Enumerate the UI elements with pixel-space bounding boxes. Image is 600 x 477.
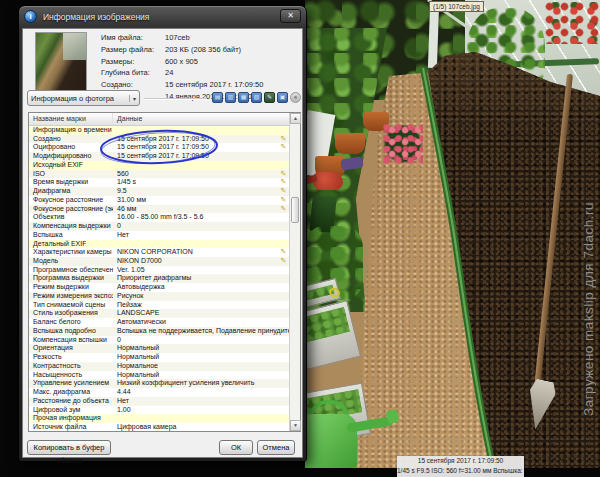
- info-category-dropdown[interactable]: Информация о фотогра ▾: [27, 90, 140, 106]
- table-section-row[interactable]: Детальный EXIF: [29, 240, 289, 249]
- dialog-title: Информация изображения: [43, 12, 149, 22]
- table-row[interactable]: Режим измерения экспозицииРисунок: [29, 292, 289, 301]
- table-row[interactable]: Диафрагма9.5✎: [29, 187, 289, 196]
- table-row[interactable]: Компенсация вспышки0: [29, 336, 289, 345]
- file-info-label: Создано:: [101, 80, 165, 89]
- save-info-icon[interactable]: ▧: [251, 92, 262, 103]
- column-header-data[interactable]: Данные: [113, 113, 289, 125]
- edit-pencil-icon[interactable]: ✎: [278, 135, 289, 144]
- edit-pencil-icon[interactable]: ✎: [278, 205, 289, 214]
- table-section-row[interactable]: Информация о времени: [29, 126, 289, 135]
- red-flowers: [545, 2, 599, 44]
- table-row[interactable]: Макс. диафрагма4.44: [29, 388, 289, 397]
- column-header-name[interactable]: Название марки: [29, 113, 113, 125]
- table-row[interactable]: Фокусное расстояние (эквив. 35 мм46 мм✎: [29, 205, 289, 214]
- photo-exif-caption: 15 сентября 2017 г. 17:09:50 1/45 s F9.5…: [397, 456, 524, 477]
- table-row[interactable]: Управление усилениемНизкий коэффициент у…: [29, 379, 289, 388]
- table-row[interactable]: КонтрастностьНормальное: [29, 362, 289, 371]
- exif-table-header: Название марки Данные: [29, 113, 289, 126]
- table-row[interactable]: Стиль изображенияLANDSCAPE: [29, 309, 289, 318]
- tag-value-cell: Нормальное: [113, 362, 289, 371]
- tag-value-cell: 0: [113, 222, 289, 231]
- table-row[interactable]: ISO560✎: [29, 170, 289, 179]
- tag-name-cell: Резкость: [29, 353, 113, 362]
- table-row[interactable]: Оцифровано15 сентября 2017 г. 17:09:50✎: [29, 143, 289, 152]
- close-icon[interactable]: ✕: [280, 9, 301, 23]
- scroll-down-icon[interactable]: ▼: [290, 420, 301, 431]
- edit-pencil-icon[interactable]: ✎: [278, 196, 289, 205]
- tag-value-cell: Нормальный: [113, 344, 289, 353]
- dialog-titlebar[interactable]: i Информация изображения ✕: [19, 6, 306, 28]
- chevron-down-icon: ▾: [129, 95, 136, 102]
- tag-name-cell: Расстояние до объекта: [29, 397, 113, 406]
- edit-pencil-icon[interactable]: ✎: [278, 170, 289, 179]
- table-row[interactable]: Создано15 сентября 2017 г. 17:09:50✎: [29, 135, 289, 144]
- table-row[interactable]: Тип снимаемой сценыПейзаж: [29, 301, 289, 310]
- table-row[interactable]: Баланс белогоАвтоматически: [29, 318, 289, 327]
- image-info-dialog: i Информация изображения ✕ Имя файла:107…: [18, 5, 307, 462]
- edit-pencil-icon[interactable]: ✎: [278, 187, 289, 196]
- table-row[interactable]: Источник файлаЦифровая камера: [29, 423, 289, 431]
- table-scrollbar[interactable]: ▲ ▼: [289, 113, 300, 431]
- table-row[interactable]: Расстояние до объектаНет: [29, 397, 289, 406]
- histogram-icon[interactable]: ▥: [225, 92, 236, 103]
- ok-button[interactable]: ОК: [219, 440, 253, 455]
- table-row[interactable]: ОриентацияНормальный: [29, 344, 289, 353]
- tag-name-cell: Фокусное расстояние (эквив. 35 мм: [29, 205, 113, 214]
- table-row[interactable]: Характеристики камерыNIKON CORPORATION✎: [29, 248, 289, 257]
- tag-value-cell: LANDSCAPE: [113, 309, 289, 318]
- edit-pencil-icon[interactable]: ✎: [278, 178, 289, 187]
- exif-view-icon[interactable]: ▤: [212, 92, 223, 103]
- cancel-button[interactable]: Отмена: [257, 440, 295, 455]
- tag-name-cell: Режим измерения экспозиции: [29, 292, 113, 301]
- edit-pencil-icon[interactable]: ✎: [278, 248, 289, 257]
- screen: (1/5) 107ceb.jpg 15 сентября 2017 г. 17:…: [0, 0, 600, 477]
- table-row[interactable]: Режим выдержкиАвтовыдержка: [29, 283, 289, 292]
- table-row[interactable]: Объектив16.00 - 85.00 mm f/3.5 - 5.6: [29, 213, 289, 222]
- table-row[interactable]: РезкостьНормальный: [29, 353, 289, 362]
- table-row[interactable]: Программа выдержкиПриоритет диафрагмы: [29, 274, 289, 283]
- file-info-value: 15 сентября 2017 г. 17:09:50: [165, 80, 263, 89]
- table-row[interactable]: НасыщенностьНормальный: [29, 371, 289, 380]
- disabled-action-icon[interactable]: ●: [290, 92, 301, 103]
- tag-value-cell: 15 сентября 2017 г. 17:09:50: [113, 135, 278, 144]
- table-row[interactable]: МодельNIKON D7000✎: [29, 257, 289, 266]
- table-section-row[interactable]: Исходный EXIF: [29, 161, 289, 170]
- table-row[interactable]: Программное обеспечениеVer. 1.05: [29, 266, 289, 275]
- tag-name-cell: Источник файла: [29, 423, 113, 431]
- tag-name-cell: Вспышка: [29, 231, 113, 240]
- tag-value-cell: 560: [113, 170, 278, 179]
- tag-name-cell: Ориентация: [29, 344, 113, 353]
- info-category-dropdown-label: Информация о фотогра: [31, 94, 114, 103]
- watermark: Загружено makslip для 7dach.ru: [578, 150, 599, 468]
- file-info-value: 600 x 905: [165, 57, 198, 66]
- edit-pencil-icon[interactable]: ✎: [278, 143, 289, 152]
- tag-value-cell: 46 мм: [113, 205, 278, 214]
- copy-to-clipboard-button[interactable]: Копировать в буфер обмена: [27, 440, 111, 455]
- edit-info-icon[interactable]: ✎: [264, 92, 275, 103]
- table-row[interactable]: Время выдержки1/45 s✎: [29, 178, 289, 187]
- copy-info-icon[interactable]: ▦: [238, 92, 249, 103]
- tag-value-cell: Цифровая камера: [113, 423, 289, 431]
- file-info-label: Глубина бита:: [101, 68, 165, 77]
- tag-value-cell: NIKON CORPORATION: [113, 248, 278, 257]
- print-info-icon[interactable]: ▣: [277, 92, 288, 103]
- table-row[interactable]: Вспышка подробноВспышка не поддерживаетс…: [29, 327, 289, 336]
- edit-pencil-icon[interactable]: ✎: [278, 257, 289, 266]
- table-row[interactable]: ВспышкаНет: [29, 231, 289, 240]
- tag-value-cell: 16.00 - 85.00 mm f/3.5 - 5.6: [113, 213, 289, 222]
- table-row[interactable]: Фокусное расстояние31.00 мм✎: [29, 196, 289, 205]
- toolbar-icon-group: ▤▥▦▧✎▣●: [212, 92, 301, 103]
- greenhouse-photo[interactable]: (1/5) 107ceb.jpg: [305, 0, 600, 468]
- file-info-row: Имя файла:107ceb: [101, 32, 301, 44]
- tag-name-cell: Время выдержки: [29, 178, 113, 187]
- scroll-up-icon[interactable]: ▲: [290, 113, 301, 124]
- tag-name-cell: Модифицировано: [29, 152, 113, 161]
- table-row[interactable]: Цифровой зум1.00: [29, 406, 289, 415]
- green-watering-can-rose: [386, 409, 399, 424]
- table-section-row[interactable]: Прочая информация: [29, 414, 289, 423]
- file-info-label: Размер файла:: [101, 45, 165, 54]
- table-row[interactable]: Модифицировано15 сентября 2017 г. 17:09:…: [29, 152, 289, 161]
- scrollbar-thumb[interactable]: [291, 197, 299, 223]
- table-row[interactable]: Компенсация выдержки0: [29, 222, 289, 231]
